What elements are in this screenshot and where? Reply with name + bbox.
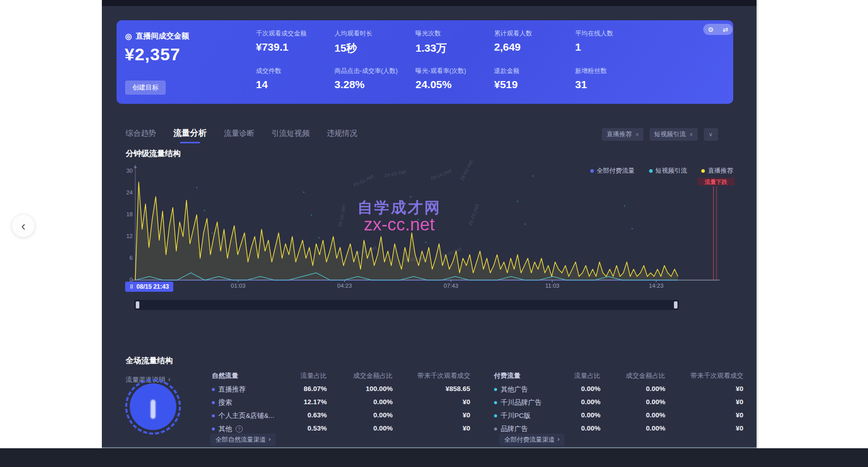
close-icon[interactable]: × bbox=[690, 131, 693, 138]
session-traffic-title: 全场流量结构 bbox=[126, 356, 173, 366]
filter-tag-label: 直播推荐 bbox=[607, 130, 632, 139]
table-group-header: 付费流量 bbox=[494, 371, 520, 380]
tab-综合趋势[interactable]: 综合趋势 bbox=[126, 129, 156, 143]
table-column-header: 流量占比 bbox=[535, 371, 600, 380]
watermark-site: zx-cc.net bbox=[323, 214, 475, 235]
channel-bullet bbox=[212, 401, 215, 404]
table-cell: ¥0 bbox=[404, 411, 470, 419]
table-cell: 0.00% bbox=[535, 424, 600, 432]
table-cell: ¥0 bbox=[404, 398, 470, 406]
swap-icon[interactable]: ⇄ bbox=[723, 26, 728, 33]
channel-name: 其他广告 bbox=[501, 385, 528, 394]
y-axis-label: 6 bbox=[118, 255, 133, 261]
x-axis-label: 14:23 bbox=[638, 283, 674, 289]
gear-icon[interactable]: ⚙ bbox=[708, 26, 714, 33]
all-natural-channels-label: 全部自然流量渠道 bbox=[215, 436, 266, 444]
scrollbar-right-handle[interactable] bbox=[674, 301, 677, 308]
table-cell: ¥0 bbox=[404, 424, 470, 432]
channel-bullet bbox=[212, 427, 215, 431]
channel-bullet bbox=[212, 414, 215, 417]
x-axis-label: 01:03 bbox=[220, 283, 256, 289]
table-cell: 0.00% bbox=[599, 424, 665, 432]
stat-label: 平均在线人数 bbox=[575, 29, 654, 38]
stat-value: 2,649 bbox=[494, 41, 573, 53]
stat-cell: 商品点击-成交率(人数)3.28% bbox=[334, 67, 413, 91]
stat-value: 31 bbox=[575, 79, 654, 91]
table-row-label: 搜索 bbox=[212, 398, 232, 407]
table-cell: ¥0 bbox=[677, 411, 743, 419]
table-column-header: 成交金额占比 bbox=[599, 371, 665, 380]
all-paid-channels-label: 全部付费流量渠道 bbox=[504, 436, 555, 444]
y-axis-label: 12 bbox=[118, 233, 133, 239]
tab-流量分析[interactable]: 流量分析 bbox=[173, 128, 207, 143]
speck bbox=[204, 210, 205, 211]
info-icon[interactable]: ? bbox=[236, 425, 243, 433]
stat-value: 1 bbox=[575, 41, 654, 53]
scrollbar-left-handle[interactable] bbox=[136, 301, 139, 308]
table-cell: ¥0 bbox=[677, 385, 743, 393]
stat-cell: 平均在线人数1 bbox=[575, 29, 654, 53]
tab-违规情况[interactable]: 违规情况 bbox=[327, 129, 357, 143]
stat-label: 人均观看时长 bbox=[334, 29, 413, 38]
x-axis-label: 07:43 bbox=[433, 283, 469, 289]
stat-value: ¥739.1 bbox=[256, 41, 334, 53]
table-cell: 0.00% bbox=[327, 411, 393, 419]
chart-range-scrollbar[interactable] bbox=[134, 300, 679, 310]
table-row-label: 千川PC版 bbox=[494, 411, 531, 420]
table-cell: 0.00% bbox=[327, 424, 393, 432]
speck bbox=[532, 175, 534, 177]
table-row-label: 直播推荐 bbox=[212, 385, 246, 394]
tab-引流短视频[interactable]: 引流短视频 bbox=[272, 129, 310, 143]
filter-tag[interactable]: 短视频引流× bbox=[650, 128, 698, 141]
stat-label: 退款金额 bbox=[494, 67, 573, 75]
tab-流量诊断[interactable]: 流量诊断 bbox=[224, 129, 254, 143]
stat-cell: 人均观看时长15秒 bbox=[334, 29, 413, 55]
table-row-label: 其他? bbox=[212, 424, 243, 434]
desktop: ‹ ◎ 直播间成交金额 ¥2,357 创建目标 ⚙ ⇄ 千次观看成交金额¥739… bbox=[0, 0, 868, 467]
channel-name: 直播推荐 bbox=[218, 385, 246, 394]
y-axis-label: 18 bbox=[118, 211, 133, 217]
arrow-right-icon: › bbox=[269, 436, 271, 444]
filter-dropdown[interactable]: ∨ bbox=[704, 128, 718, 141]
all-natural-channels-link[interactable]: 全部自然流量渠道 › bbox=[210, 434, 276, 446]
table-cell: 0.00% bbox=[535, 411, 600, 419]
channel-name: 品牌广告 bbox=[501, 424, 528, 434]
table-column-header: 带来千次观看成交 bbox=[404, 371, 470, 380]
stat-cell: 累计观看人数2,649 bbox=[494, 29, 573, 53]
x-axis-label: 04:23 bbox=[327, 283, 362, 289]
speck bbox=[631, 228, 633, 229]
stat-value: 3.28% bbox=[334, 79, 413, 91]
back-button[interactable]: ‹ bbox=[12, 215, 34, 237]
speck bbox=[624, 205, 625, 207]
channel-bullet bbox=[494, 401, 497, 404]
taskbar: L ✚ ^ 中 23 bbox=[0, 448, 868, 467]
table-row-label: 品牌广告 bbox=[494, 424, 528, 434]
table-group-header: 自然流量 bbox=[212, 371, 238, 380]
stat-label: 千次观看成交金额 bbox=[256, 29, 334, 38]
stat-label: 新增粉丝数 bbox=[575, 67, 654, 75]
create-goal-button[interactable]: 创建目标 bbox=[125, 81, 166, 95]
table-cell: 0.00% bbox=[535, 398, 600, 406]
arrow-right-icon: › bbox=[557, 436, 559, 444]
stat-label: 商品点击-成交率(人数) bbox=[334, 67, 413, 75]
stat-cell: 新增粉丝数31 bbox=[575, 67, 654, 91]
primary-metric-header: ◎ 直播间成交金额 bbox=[125, 31, 189, 41]
minute-chart-title: 分钟级流量结构 bbox=[126, 148, 181, 159]
close-icon[interactable]: × bbox=[635, 131, 639, 138]
all-paid-channels-link[interactable]: 全部付费流量渠道 › bbox=[499, 434, 564, 446]
speck bbox=[318, 237, 320, 239]
stat-label: 累计观看人数 bbox=[494, 29, 573, 38]
filter-tags: 直播推荐×短视频引流×∨ bbox=[602, 128, 718, 141]
channel-bullet bbox=[494, 427, 497, 431]
stat-label: 曝光-观看率(次数) bbox=[416, 67, 494, 75]
table-cell: 0.63% bbox=[261, 411, 327, 419]
filter-tag[interactable]: 直播推荐× bbox=[602, 128, 644, 141]
table-cell: ¥0 bbox=[677, 398, 743, 406]
table-cell: 0.00% bbox=[535, 385, 600, 393]
y-axis-label: 30 bbox=[118, 168, 133, 174]
time-range-start-pill[interactable]: ⠿ 08/15 21:43 bbox=[125, 282, 173, 292]
stat-value: 14 bbox=[256, 79, 334, 91]
table-cell: 0.00% bbox=[599, 398, 665, 406]
window-shadow bbox=[757, 0, 759, 448]
speck bbox=[303, 191, 305, 193]
